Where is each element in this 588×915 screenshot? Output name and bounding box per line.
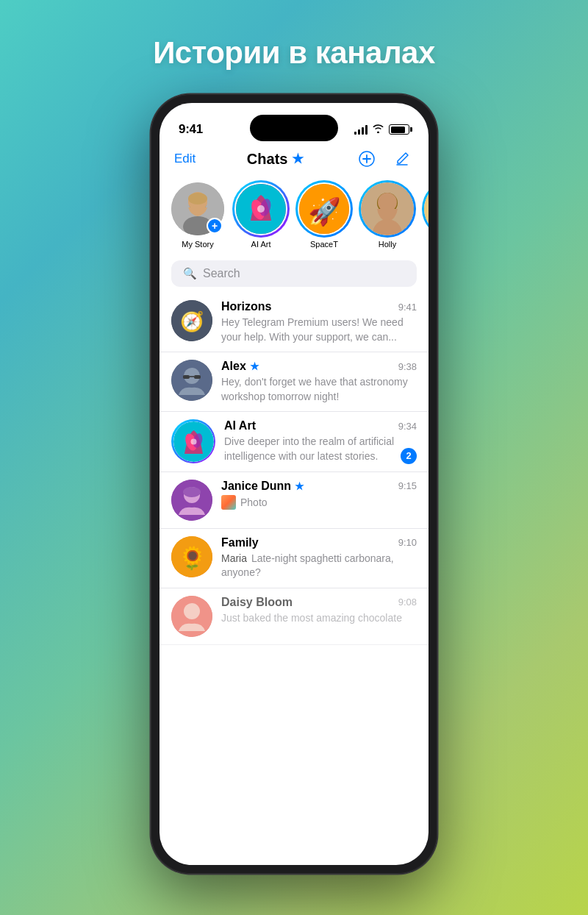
- janice-time: 9:15: [398, 480, 417, 491]
- daisy-time: 9:08: [398, 597, 417, 608]
- story-item-abby[interactable]: Abby: [424, 182, 429, 249]
- spacet-story-ring: 🚀: [295, 180, 353, 238]
- family-avatar: 🌻: [171, 536, 212, 577]
- svg-point-9: [257, 205, 265, 213]
- chat-item-alex[interactable]: Alex ★ 9:38 Hey, don't forget we have th…: [159, 352, 429, 412]
- story-item-spacet[interactable]: 🚀 SpaceT: [298, 182, 351, 249]
- new-group-button[interactable]: [355, 147, 379, 171]
- ai-art-header: AI Art 9:34: [224, 419, 417, 432]
- ai-art-label: AI Art: [251, 240, 271, 249]
- svg-point-36: [184, 603, 200, 619]
- battery-icon: [389, 124, 409, 135]
- horizons-name: Horizons: [221, 300, 271, 313]
- horizons-time: 9:41: [398, 302, 417, 313]
- ai-art-time: 9:34: [398, 421, 417, 432]
- stories-row: + My Story: [159, 177, 429, 260]
- svg-point-29: [190, 438, 196, 444]
- photo-thumbnail: [221, 495, 236, 510]
- edit-button[interactable]: Edit: [174, 152, 196, 166]
- alex-header: Alex ★ 9:38: [221, 360, 417, 373]
- chat-list: 🧭 Horizons 9:41 Hey Telegram Premium use…: [159, 293, 429, 645]
- family-preview: Maria Late-night spaghetti carbonara, an…: [221, 552, 417, 580]
- dynamic-island: [250, 115, 338, 141]
- abby-story-ring: [422, 180, 429, 238]
- abby-avatar-wrapper: [424, 182, 429, 235]
- alex-name: Alex ★: [221, 360, 259, 373]
- chat-item-family[interactable]: 🌻 Family 9:10 Maria Late-night spaghetti…: [159, 529, 429, 588]
- story-item-my-story[interactable]: + My Story: [171, 182, 224, 249]
- story-item-ai-art[interactable]: AI Art: [234, 182, 287, 249]
- daisy-preview: Just baked the most amazing chocolate: [221, 611, 417, 626]
- svg-text:🧭: 🧭: [180, 310, 204, 333]
- ai-art-avatar: [236, 184, 286, 234]
- family-message: Late-night spaghetti carbonara, anyone?: [221, 552, 394, 579]
- holly-story-ring: [359, 180, 416, 238]
- janice-star-icon: ★: [295, 480, 304, 492]
- family-content: Family 9:10 Maria Late-night spaghetti c…: [221, 536, 417, 580]
- phone-mockup: 9:41: [151, 94, 437, 874]
- daisy-header: Daisy Bloom 9:08: [221, 596, 417, 609]
- alex-content: Alex ★ 9:38 Hey, don't forget we have th…: [221, 360, 417, 404]
- holly-avatar: [361, 182, 414, 235]
- phone-screen: 9:41: [159, 103, 429, 865]
- search-bar[interactable]: 🔍 Search: [171, 260, 417, 287]
- ai-art-unread-badge: 2: [401, 448, 417, 464]
- ai-art-chat-avatar: [173, 421, 214, 462]
- story-item-holly[interactable]: Holly: [361, 182, 414, 249]
- nav-actions: [355, 147, 414, 171]
- nav-bar: Edit Chats ★: [159, 144, 429, 177]
- alex-time: 9:38: [398, 361, 417, 372]
- svg-text:🚀: 🚀: [308, 196, 341, 227]
- family-header: Family 9:10: [221, 536, 417, 549]
- janice-content: Janice Dunn ★ 9:15 Photo: [221, 480, 417, 510]
- janice-photo-preview: Photo: [221, 495, 417, 510]
- svg-point-32: [183, 487, 201, 497]
- ai-art-preview: Dive deeper into the realm of artificial…: [224, 435, 401, 463]
- janice-name: Janice Dunn ★: [221, 480, 304, 493]
- ai-art-chat-ring: [171, 419, 215, 463]
- chat-item-ai-art[interactable]: AI Art 9:34 Dive deeper into the realm o…: [159, 412, 429, 471]
- spacet-label: SpaceT: [310, 240, 338, 249]
- ai-art-story-ring: [232, 180, 290, 238]
- add-story-badge[interactable]: +: [207, 218, 223, 234]
- wifi-icon: [372, 124, 384, 135]
- chats-title-text: Chats: [247, 151, 288, 168]
- daisy-content: Daisy Bloom 9:08 Just baked the most ama…: [221, 596, 417, 626]
- ai-art-chat-name: AI Art: [224, 419, 256, 432]
- holly-label: Holly: [379, 240, 396, 249]
- abby-ring-inner: [424, 182, 429, 235]
- chat-item-daisy[interactable]: Daisy Bloom 9:08 Just baked the most ama…: [159, 588, 429, 645]
- ai-art-content: AI Art 9:34 Dive deeper into the realm o…: [224, 419, 417, 463]
- family-name: Family: [221, 536, 259, 549]
- status-time: 9:41: [179, 122, 203, 137]
- svg-text:🌻: 🌻: [179, 545, 207, 572]
- holly-avatar-wrapper: [361, 182, 414, 235]
- spacet-avatar: 🚀: [299, 184, 349, 234]
- svg-rect-23: [183, 375, 190, 379]
- spacet-avatar-wrapper: 🚀: [298, 182, 351, 235]
- horizons-header: Horizons 9:41: [221, 300, 417, 313]
- svg-point-5: [188, 193, 207, 204]
- my-story-label: My Story: [182, 240, 213, 249]
- family-sender: Maria: [221, 552, 247, 564]
- alex-preview: Hey, don't forget we have that astronomy…: [221, 375, 417, 404]
- horizons-preview: Hey Telegram Premium users! We need your…: [221, 316, 417, 344]
- photo-label: Photo: [240, 496, 268, 508]
- svg-point-16: [424, 182, 429, 235]
- horizons-avatar: 🧭: [171, 300, 212, 341]
- chat-item-horizons[interactable]: 🧭 Horizons 9:41 Hey Telegram Premium use…: [159, 293, 429, 352]
- signal-icon: [354, 124, 368, 135]
- svg-rect-24: [194, 375, 201, 379]
- search-placeholder-text: Search: [203, 267, 240, 280]
- janice-header: Janice Dunn ★ 9:15: [221, 480, 417, 493]
- daisy-name: Daisy Bloom: [221, 596, 293, 609]
- ai-art-ring-inner: [234, 182, 287, 235]
- status-icons: [354, 124, 409, 135]
- chat-item-janice[interactable]: Janice Dunn ★ 9:15 Photo: [159, 472, 429, 529]
- nav-title: Chats ★: [247, 151, 304, 168]
- daisy-avatar: [171, 596, 212, 637]
- chats-star-icon[interactable]: ★: [292, 151, 304, 167]
- page-title: Истории в каналах: [153, 35, 435, 71]
- my-story-avatar-wrapper: +: [171, 182, 224, 235]
- compose-button[interactable]: [390, 147, 414, 171]
